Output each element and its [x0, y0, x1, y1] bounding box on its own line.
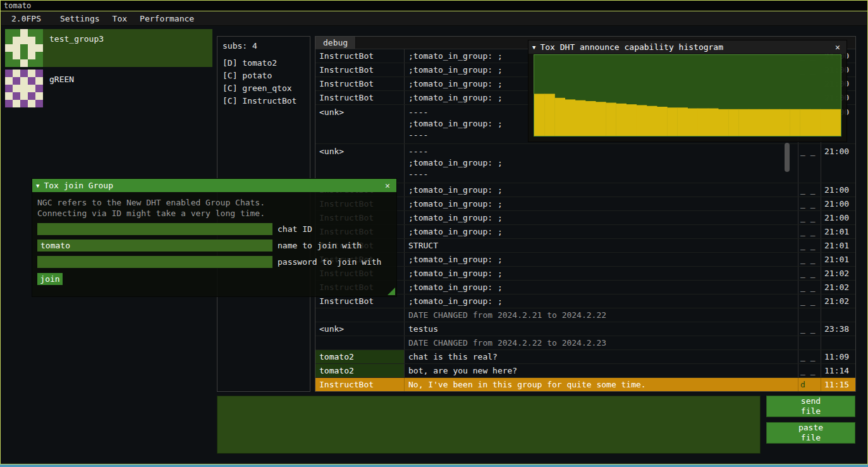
subs-item[interactable]: [C] green_qtox	[217, 82, 310, 95]
message-time: 21:02	[821, 294, 855, 308]
send-file-button[interactable]: send file	[766, 396, 855, 417]
join-window-body: NGC refers to the New DHT enabled Group …	[32, 192, 396, 290]
chat-row[interactable]: tomato2bot, are you new here?_ _11:14	[315, 364, 855, 378]
join-name-label: name to join with	[278, 241, 362, 250]
message-sender: <unk>	[315, 322, 404, 336]
avatar-pixel	[35, 44, 43, 52]
message-time: 11:15	[821, 378, 855, 391]
message-sender: tomato2	[315, 364, 404, 377]
avatar-pixel	[5, 100, 13, 107]
paste-file-button[interactable]: paste file	[766, 422, 855, 444]
contact-name: gREEN	[49, 75, 74, 107]
avatar-pixel	[5, 92, 13, 100]
avatar-pixel	[5, 52, 13, 59]
avatar-pixel	[13, 92, 20, 100]
collapse-arrow-icon[interactable]: ▼	[532, 44, 535, 51]
contact-row[interactable]: test_group3	[5, 29, 212, 67]
contact-avatar-icon	[5, 70, 43, 107]
avatar-pixel	[13, 29, 20, 37]
message-flags: _ _	[798, 225, 821, 238]
bottom-edge	[0, 464, 868, 467]
contact-row[interactable]: gREEN	[5, 70, 212, 107]
avatar-pixel	[35, 59, 43, 67]
avatar-pixel	[35, 70, 43, 77]
avatar-pixel	[13, 37, 20, 44]
avatar-pixel	[13, 100, 20, 107]
avatar-pixel	[13, 70, 20, 77]
avatar-pixel	[5, 44, 13, 52]
join-button[interactable]: join	[37, 273, 63, 285]
message-flags	[798, 336, 821, 349]
message-flags: _ _	[798, 144, 821, 183]
message-flags	[798, 308, 821, 322]
message-flags: d	[798, 378, 821, 391]
message-text: ;tomato_in_group: ;	[404, 267, 798, 280]
avatar-pixel	[35, 37, 43, 44]
menu-tox[interactable]: Tox	[106, 13, 133, 25]
avatar-pixel	[28, 92, 35, 100]
join-name-input[interactable]	[37, 240, 272, 252]
subs-item[interactable]: [C] InstructBot	[217, 95, 310, 107]
menu-settings[interactable]: Settings	[54, 13, 106, 25]
menu-performance[interactable]: Performance	[133, 13, 200, 25]
chat-row[interactable]: <unk>---- ;tomato_in_group: ; ----_ _21:…	[315, 144, 855, 183]
message-flags: _ _	[798, 267, 821, 280]
avatar-pixel	[35, 29, 43, 37]
chat-row[interactable]: DATE CHANGED from 2024.2.22 to 2024.2.23	[315, 336, 855, 350]
histogram-plot[interactable]	[534, 54, 841, 136]
avatar-pixel	[20, 100, 28, 107]
avatar-pixel	[13, 85, 20, 92]
menu-bar: 2.0FPS Settings Tox Performance	[1, 12, 867, 26]
message-input[interactable]	[217, 396, 761, 454]
message-time: 21:00	[821, 183, 855, 197]
message-time	[821, 308, 855, 322]
join-window-titlebar[interactable]: ▼ Tox join Group ✕	[32, 179, 396, 192]
avatar-pixel	[35, 100, 43, 107]
message-time: 11:14	[821, 364, 855, 377]
message-sender	[315, 336, 404, 349]
join-password-input[interactable]	[37, 256, 272, 268]
subs-item[interactable]: [D] tomato2	[217, 57, 310, 70]
fps-counter: 2.0FPS	[5, 13, 47, 25]
message-time: 21:01	[821, 253, 855, 266]
window-title: tomato	[4, 1, 31, 10]
message-text: ;tomato_in_group: ;	[404, 253, 798, 266]
collapse-arrow-icon[interactable]: ▼	[36, 183, 39, 189]
avatar-pixel	[20, 85, 28, 92]
titlebar-divider	[0, 11, 868, 11]
chat-row[interactable]: DATE CHANGED from 2024.2.21 to 2024.2.22	[315, 308, 855, 322]
chat-row[interactable]: tomato2chat is this real?_ _11:09	[315, 350, 855, 364]
avatar-pixel	[35, 77, 43, 85]
subs-item[interactable]: [C] potato	[217, 70, 310, 82]
chat-id-label: chat ID	[278, 224, 312, 234]
message-flags: _ _	[798, 197, 821, 210]
histogram-window-titlebar[interactable]: ▼ Tox DHT announce capability histogram …	[529, 40, 847, 54]
close-icon[interactable]: ✕	[833, 42, 843, 52]
message-flags: _ _	[798, 350, 821, 363]
histogram-bars	[534, 55, 841, 136]
avatar-pixel	[20, 92, 28, 100]
resize-grip-icon[interactable]	[388, 288, 395, 295]
avatar-pixel	[28, 85, 35, 92]
chat-row[interactable]: InstructBotNo, I've been in this group f…	[315, 378, 855, 391]
histogram-window: ▼ Tox DHT announce capability histogram …	[528, 40, 847, 142]
join-intro-line: Connecting via ID might take a very long…	[37, 208, 391, 219]
os-titlebar[interactable]: tomato	[1, 1, 867, 11]
avatar-pixel	[13, 59, 20, 67]
avatar-pixel	[28, 52, 35, 59]
chat-row[interactable]: <unk>testus_ _23:38	[315, 322, 855, 336]
chat-id-input[interactable]	[37, 223, 272, 235]
message-time: 21:00	[821, 144, 855, 183]
message-text: ;tomato_in_group: ;	[404, 211, 798, 224]
message-text: DATE CHANGED from 2024.2.21 to 2024.2.22	[404, 308, 798, 322]
contact-list: test_group3gREEN	[5, 29, 212, 110]
chat-scrollbar-thumb[interactable]	[785, 143, 790, 172]
tab-debug[interactable]: debug	[315, 37, 356, 49]
avatar-pixel	[5, 85, 13, 92]
join-group-window: ▼ Tox join Group ✕ NGC refers to the New…	[32, 178, 397, 297]
close-icon[interactable]: ✕	[382, 181, 393, 190]
avatar-pixel	[28, 29, 35, 37]
avatar-pixel	[20, 77, 28, 85]
message-time: 21:01	[821, 239, 855, 252]
avatar-pixel	[35, 92, 43, 100]
